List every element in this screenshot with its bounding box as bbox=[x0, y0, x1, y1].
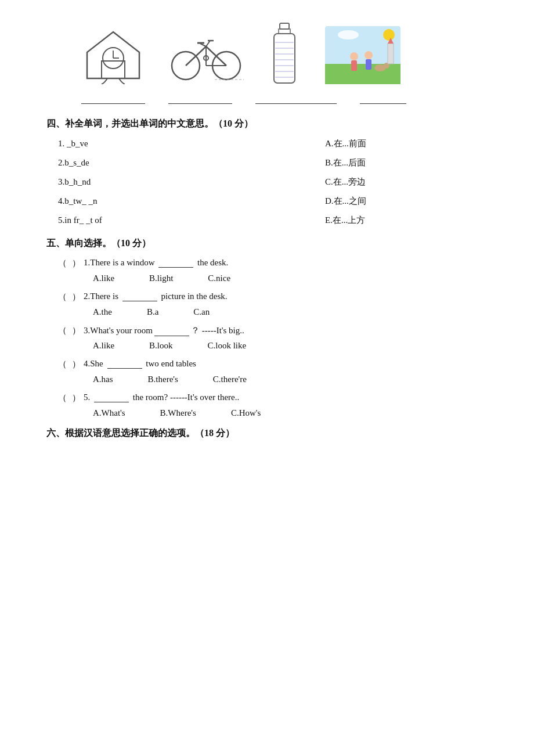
svg-rect-28 bbox=[325, 64, 400, 84]
sc-options-2: A.the B.a C.an bbox=[46, 307, 499, 317]
section4: 四、补全单词，并选出单词的中文意思。（10 分） 1. _b_ve A.在...… bbox=[46, 118, 499, 226]
sc-options-4: A.has B.there's C.there're bbox=[46, 375, 499, 384]
label-line-3 bbox=[255, 93, 337, 104]
vocab-row-1: 1. _b_ve A.在...前面 bbox=[46, 138, 499, 149]
clock-house-image bbox=[81, 26, 145, 84]
opt-2b: B.a bbox=[147, 307, 158, 317]
opt-5a: A.What's bbox=[93, 408, 125, 418]
sc-bracket-3: （ bbox=[58, 325, 70, 336]
section6-title: 六、根据汉语意思选择正确的选项。（18 分） bbox=[46, 427, 499, 440]
label-line-1 bbox=[81, 93, 145, 104]
svg-rect-18 bbox=[279, 29, 290, 34]
vocab-meaning-5: E.在...上方 bbox=[325, 215, 499, 226]
vocab-row-4: 4.b_tw_ _n D.在...之间 bbox=[46, 196, 499, 207]
image-labels-row bbox=[81, 93, 499, 104]
section5-title: 五、单向选择。（10 分） bbox=[46, 237, 499, 250]
images-row bbox=[81, 23, 499, 87]
label-line-4 bbox=[360, 93, 406, 104]
vocab-meaning-2: B.在...后面 bbox=[325, 157, 499, 168]
sc-row-1: （ ） 1.There is a window the desk. bbox=[46, 258, 499, 269]
opt-1c: C.nice bbox=[208, 273, 230, 283]
sc-bracket-1: （ bbox=[58, 258, 70, 269]
bicycle-image bbox=[168, 26, 244, 84]
section4-title: 四、补全单词，并选出单词的中文意思。（10 分） bbox=[46, 118, 499, 130]
sc-paren-1: ） bbox=[72, 258, 84, 269]
vocab-meaning-4: D.在...之间 bbox=[325, 196, 499, 207]
sc-content-3: 3.What's your room？ -----It's big.. bbox=[84, 325, 499, 336]
svg-point-30 bbox=[338, 30, 359, 39]
vocab-row-3: 3.b_h_nd C.在...旁边 bbox=[46, 177, 499, 188]
opt-4a: A.has bbox=[93, 375, 113, 384]
blank-q4 bbox=[107, 368, 142, 369]
svg-rect-37 bbox=[388, 44, 394, 64]
sc-row-4: （ ） 4.She two end tables bbox=[46, 359, 499, 370]
sc-paren-3: ） bbox=[72, 325, 84, 336]
section5: 五、单向选择。（10 分） （ ） 1.There is a window th… bbox=[46, 237, 499, 418]
sc-content-1: 1.There is a window the desk. bbox=[84, 258, 499, 268]
sc-options-1: A.like B.light C.nice bbox=[46, 273, 499, 283]
sc-row-2: （ ） 2.There is picture in the desk. bbox=[46, 291, 499, 303]
blank-q2 bbox=[122, 301, 157, 301]
svg-line-11 bbox=[206, 41, 210, 46]
sc-bracket-4: （ bbox=[58, 359, 70, 370]
sc-content-4: 4.She two end tables bbox=[84, 359, 499, 369]
opt-4b: B.there's bbox=[148, 375, 178, 384]
svg-line-7 bbox=[186, 46, 206, 66]
svg-point-31 bbox=[350, 52, 358, 60]
opt-2a: A.the bbox=[93, 307, 112, 317]
label-line-2 bbox=[168, 93, 232, 104]
vocab-meaning-1: A.在...前面 bbox=[325, 138, 499, 149]
section6: 六、根据汉语意思选择正确的选项。（18 分） bbox=[46, 427, 499, 440]
svg-line-13 bbox=[200, 44, 206, 46]
opt-4c: C.there're bbox=[213, 375, 247, 384]
sc-options-3: A.like B.look C.look like bbox=[46, 341, 499, 351]
opt-5b: B.Where's bbox=[160, 408, 196, 418]
svg-rect-17 bbox=[280, 23, 289, 29]
svg-line-8 bbox=[206, 46, 226, 66]
opt-5c: C.How's bbox=[231, 408, 261, 418]
vocab-row-2: 2.b_s_de B.在...后面 bbox=[46, 157, 499, 168]
sc-content-2: 2.There is picture in the desk. bbox=[84, 291, 499, 301]
sc-row-3: （ ） 3.What's your room？ -----It's big.. bbox=[46, 325, 499, 336]
sc-content-5: 5. the room? ------It's over there.. bbox=[84, 393, 499, 402]
vocab-num-4: 4.b_tw_ _n bbox=[46, 196, 151, 206]
sc-paren-5: ） bbox=[72, 393, 84, 404]
sc-row-5: （ ） 5. the room? ------It's over there.. bbox=[46, 393, 499, 404]
vocab-num-3: 3.b_h_nd bbox=[46, 177, 151, 187]
opt-3a: A.like bbox=[93, 341, 114, 351]
vocab-num-1: 1. _b_ve bbox=[46, 139, 151, 149]
blank-q5 bbox=[94, 402, 129, 402]
opt-1b: B.light bbox=[149, 273, 173, 283]
sc-bracket-2: （ bbox=[58, 291, 70, 303]
blank-q3 bbox=[154, 336, 189, 336]
svg-point-29 bbox=[383, 29, 395, 41]
sc-bracket-5: （ bbox=[58, 393, 70, 404]
vocab-num-2: 2.b_s_de bbox=[46, 158, 151, 168]
vocab-row-5: 5.in fr_ _t of E.在...上方 bbox=[46, 215, 499, 226]
svg-rect-32 bbox=[351, 60, 357, 71]
water-bottle-image bbox=[267, 23, 302, 87]
sc-options-5: A.What's B.Where's C.How's bbox=[46, 408, 499, 418]
svg-point-33 bbox=[365, 51, 373, 59]
sc-paren-2: ） bbox=[72, 291, 84, 303]
svg-rect-19 bbox=[274, 34, 295, 83]
outdoor-scene-image bbox=[325, 26, 400, 84]
opt-1a: A.like bbox=[93, 273, 114, 283]
opt-3c: C.look like bbox=[208, 341, 247, 351]
opt-3b: B.look bbox=[149, 341, 172, 351]
vocab-meaning-3: C.在...旁边 bbox=[325, 177, 499, 188]
opt-2c: C.an bbox=[193, 307, 210, 317]
svg-rect-1 bbox=[102, 61, 125, 78]
svg-rect-34 bbox=[366, 59, 371, 70]
blank-q1 bbox=[158, 267, 193, 268]
sc-paren-4: ） bbox=[72, 359, 84, 370]
vocab-num-5: 5.in fr_ _t of bbox=[46, 215, 151, 225]
